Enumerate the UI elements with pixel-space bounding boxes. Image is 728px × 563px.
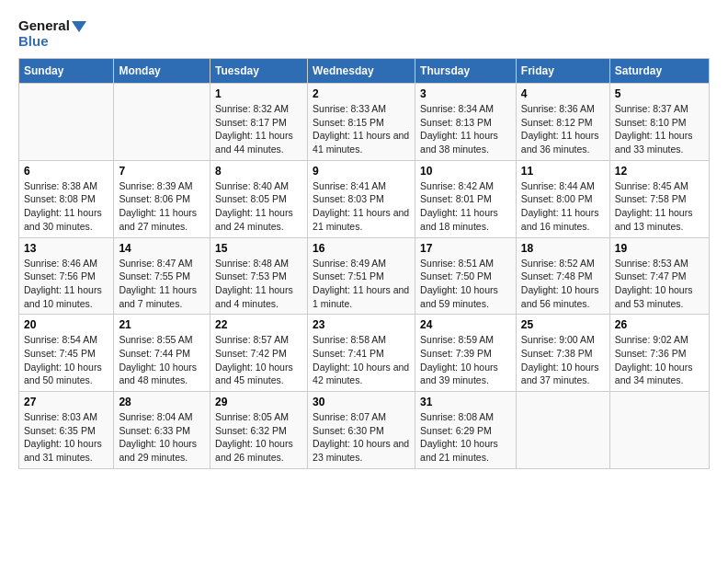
day-number: 26 [615,318,704,331]
column-header-monday: Monday [114,59,210,84]
day-info: Sunrise: 8:45 AMSunset: 7:58 PMDaylight:… [615,179,704,234]
column-header-friday: Friday [516,59,609,84]
day-cell [114,84,210,161]
day-number: 29 [215,396,302,408]
day-info: Sunrise: 8:54 AMSunset: 7:45 PMDaylight:… [24,333,108,387]
day-number: 20 [24,318,108,331]
day-info: Sunrise: 8:39 AMSunset: 8:06 PMDaylight:… [119,179,205,234]
day-cell: 14Sunrise: 8:47 AMSunset: 7:55 PMDayligh… [114,237,210,315]
day-cell: 7Sunrise: 8:39 AMSunset: 8:06 PMDaylight… [114,160,210,237]
day-cell: 1Sunrise: 8:32 AMSunset: 8:17 PMDaylight… [210,84,308,161]
day-cell: 19Sunrise: 8:53 AMSunset: 7:47 PMDayligh… [609,237,709,315]
day-cell: 6Sunrise: 8:38 AMSunset: 8:08 PMDaylight… [19,160,114,237]
day-number: 28 [119,396,205,408]
day-number: 14 [119,242,205,255]
day-number: 11 [521,165,605,178]
day-number: 8 [215,165,302,178]
day-cell: 5Sunrise: 8:37 AMSunset: 8:10 PMDaylight… [609,84,709,161]
day-number: 12 [615,165,704,178]
day-number: 16 [313,242,410,255]
day-cell: 31Sunrise: 8:08 AMSunset: 6:29 PMDayligh… [415,392,517,469]
week-row-4: 20Sunrise: 8:54 AMSunset: 7:45 PMDayligh… [19,315,710,392]
day-cell: 24Sunrise: 8:59 AMSunset: 7:39 PMDayligh… [415,315,517,392]
day-cell: 11Sunrise: 8:44 AMSunset: 8:00 PMDayligh… [516,160,609,237]
day-cell: 3Sunrise: 8:34 AMSunset: 8:13 PMDaylight… [415,84,517,161]
day-number: 5 [615,87,704,100]
day-cell: 12Sunrise: 8:45 AMSunset: 7:58 PMDayligh… [609,160,709,237]
day-info: Sunrise: 8:42 AMSunset: 8:01 PMDaylight:… [420,179,511,234]
day-cell: 28Sunrise: 8:04 AMSunset: 6:33 PMDayligh… [114,392,210,469]
column-header-wednesday: Wednesday [308,59,415,84]
day-cell: 17Sunrise: 8:51 AMSunset: 7:50 PMDayligh… [415,237,517,315]
column-header-tuesday: Tuesday [210,59,308,84]
day-number: 7 [119,165,205,178]
week-row-2: 6Sunrise: 8:38 AMSunset: 8:08 PMDaylight… [19,160,710,237]
day-info: Sunrise: 8:07 AMSunset: 6:30 PMDaylight:… [313,410,410,465]
day-number: 17 [420,242,511,255]
day-info: Sunrise: 8:04 AMSunset: 6:33 PMDaylight:… [119,410,205,465]
day-cell: 10Sunrise: 8:42 AMSunset: 8:01 PMDayligh… [415,160,517,237]
day-cell: 8Sunrise: 8:40 AMSunset: 8:05 PMDaylight… [210,160,308,237]
day-number: 18 [521,242,605,255]
day-number: 22 [215,318,302,331]
day-cell: 23Sunrise: 8:58 AMSunset: 7:41 PMDayligh… [308,315,415,392]
svg-marker-0 [72,21,86,32]
day-number: 9 [313,165,410,178]
day-info: Sunrise: 8:34 AMSunset: 8:13 PMDaylight:… [420,102,511,156]
day-cell: 21Sunrise: 8:55 AMSunset: 7:44 PMDayligh… [114,315,210,392]
column-header-saturday: Saturday [609,59,709,84]
day-cell: 15Sunrise: 8:48 AMSunset: 7:53 PMDayligh… [210,237,308,315]
day-info: Sunrise: 8:52 AMSunset: 7:48 PMDaylight:… [521,257,605,311]
day-cell: 22Sunrise: 8:57 AMSunset: 7:42 PMDayligh… [210,315,308,392]
day-cell: 2Sunrise: 8:33 AMSunset: 8:15 PMDaylight… [308,84,415,161]
day-info: Sunrise: 8:53 AMSunset: 7:47 PMDaylight:… [615,257,704,311]
day-info: Sunrise: 9:02 AMSunset: 7:36 PMDaylight:… [615,333,704,387]
day-cell: 29Sunrise: 8:05 AMSunset: 6:32 PMDayligh… [210,392,308,469]
logo-blue: Blue [18,34,86,50]
day-cell: 4Sunrise: 8:36 AMSunset: 8:12 PMDaylight… [516,84,609,161]
day-number: 19 [615,242,704,255]
day-info: Sunrise: 8:41 AMSunset: 8:03 PMDaylight:… [313,179,410,234]
header-row: SundayMondayTuesdayWednesdayThursdayFrid… [19,59,710,84]
day-number: 27 [24,396,108,408]
day-cell: 26Sunrise: 9:02 AMSunset: 7:36 PMDayligh… [609,315,709,392]
day-info: Sunrise: 8:55 AMSunset: 7:44 PMDaylight:… [119,333,205,387]
logo-wordmark: General Blue [18,18,86,49]
day-info: Sunrise: 8:37 AMSunset: 8:10 PMDaylight:… [615,102,704,156]
day-info: Sunrise: 8:57 AMSunset: 7:42 PMDaylight:… [215,333,302,387]
week-row-5: 27Sunrise: 8:03 AMSunset: 6:35 PMDayligh… [19,392,710,469]
day-info: Sunrise: 8:05 AMSunset: 6:32 PMDaylight:… [215,410,302,465]
day-info: Sunrise: 8:49 AMSunset: 7:51 PMDaylight:… [313,257,410,311]
day-info: Sunrise: 8:36 AMSunset: 8:12 PMDaylight:… [521,102,605,156]
day-number: 25 [521,318,605,331]
day-info: Sunrise: 8:46 AMSunset: 7:56 PMDaylight:… [24,257,108,311]
day-info: Sunrise: 9:00 AMSunset: 7:38 PMDaylight:… [521,333,605,387]
day-info: Sunrise: 8:47 AMSunset: 7:55 PMDaylight:… [119,257,205,311]
day-number: 1 [215,87,302,100]
day-number: 10 [420,165,511,178]
day-info: Sunrise: 8:48 AMSunset: 7:53 PMDaylight:… [215,257,302,311]
day-number: 4 [521,87,605,100]
day-info: Sunrise: 8:38 AMSunset: 8:08 PMDaylight:… [24,179,108,234]
day-number: 23 [313,318,410,331]
calendar-table: SundayMondayTuesdayWednesdayThursdayFrid… [18,58,710,469]
day-info: Sunrise: 8:32 AMSunset: 8:17 PMDaylight:… [215,102,302,156]
day-cell [609,392,709,469]
day-info: Sunrise: 8:58 AMSunset: 7:41 PMDaylight:… [313,333,410,387]
day-number: 21 [119,318,205,331]
day-number: 2 [313,87,410,100]
day-cell [516,392,609,469]
logo-general: General [18,18,86,34]
day-cell: 16Sunrise: 8:49 AMSunset: 7:51 PMDayligh… [308,237,415,315]
day-cell: 9Sunrise: 8:41 AMSunset: 8:03 PMDaylight… [308,160,415,237]
day-cell [19,84,114,161]
day-number: 24 [420,318,511,331]
day-info: Sunrise: 8:51 AMSunset: 7:50 PMDaylight:… [420,257,511,311]
day-cell: 18Sunrise: 8:52 AMSunset: 7:48 PMDayligh… [516,237,609,315]
day-info: Sunrise: 8:03 AMSunset: 6:35 PMDaylight:… [24,410,108,465]
day-cell: 27Sunrise: 8:03 AMSunset: 6:35 PMDayligh… [19,392,114,469]
week-row-3: 13Sunrise: 8:46 AMSunset: 7:56 PMDayligh… [19,237,710,315]
column-header-sunday: Sunday [19,59,114,84]
column-header-thursday: Thursday [415,59,517,84]
day-number: 6 [24,165,108,178]
